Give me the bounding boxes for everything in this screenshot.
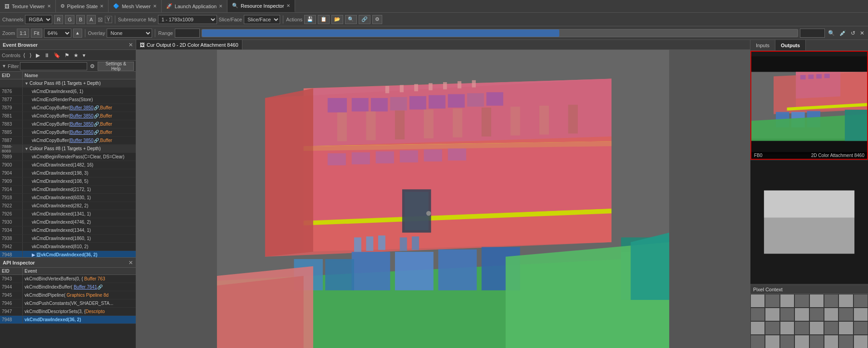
- ctrl-more-btn[interactable]: ▾: [81, 52, 87, 59]
- r-button[interactable]: R: [54, 15, 63, 24]
- link-action-btn[interactable]: 🔗: [359, 15, 370, 24]
- api-row-7944[interactable]: 7944 vkCmdBindIndexBuffer( Buffer 7641🔗: [0, 283, 136, 291]
- event-row-7948[interactable]: 7948 ▶ 🖼 vkCmdDrawIndexed(36, 2): [0, 251, 136, 257]
- overlay-select[interactable]: None: [107, 29, 152, 38]
- range-close-icon[interactable]: ✕: [858, 29, 866, 37]
- controls-label: Controls: [2, 53, 20, 58]
- right-tab-inputs[interactable]: Inputs: [750, 40, 775, 50]
- group-colour-pass-7[interactable]: ▼ Colour Pass #8 (1 Targets + Depth): [0, 79, 136, 88]
- event-row-7914[interactable]: 7914 vkCmdDrawIndexed(2172, 1): [0, 186, 136, 194]
- tab-launch-application[interactable]: 🚀 Launch Application ✕: [162, 0, 227, 12]
- pixel-cell: [824, 321, 838, 335]
- close-launch-application[interactable]: ✕: [219, 4, 222, 9]
- tab-resource-inspector[interactable]: 🔍 Resource Inspector ✕: [227, 0, 295, 12]
- separator-3: [85, 29, 85, 37]
- save-action-btn[interactable]: 💾: [304, 15, 316, 24]
- pixel-cell: [780, 294, 794, 308]
- range-slider[interactable]: [202, 29, 798, 37]
- ctrl-flag-btn[interactable]: ⚑: [63, 52, 71, 59]
- api-row-7943[interactable]: 7943 vkCmdBindVertexBuffers(0, { Buffer …: [0, 275, 136, 283]
- close-texture-viewer[interactable]: ✕: [47, 4, 51, 9]
- right-tab-outputs[interactable]: Outputs: [775, 40, 806, 50]
- secondary-thumbnail[interactable]: [750, 161, 868, 284]
- filter-settings-btn[interactable]: ⚙: [89, 63, 96, 70]
- tab-texture-viewer[interactable]: 🖼 Texture Viewer ✕: [0, 0, 56, 12]
- api-row-7948[interactable]: 7948 vkCmdDrawIndexed(36, 2): [0, 316, 136, 324]
- event-row-7887[interactable]: 7887 vkCmdCopyBuffer(Buffer 3850🔗, Buffe…: [0, 137, 136, 145]
- range-search-icon[interactable]: 🔍: [827, 29, 836, 37]
- event-row-7876[interactable]: 7876 vkCmdDrawIndexed(6, 1): [0, 88, 136, 96]
- ctrl-prev-btn[interactable]: ⟨: [22, 52, 27, 59]
- bottom-section: Event Browser ✕ Controls ⟨ ⟩ ▶ ⏸ 🔖 ⚑ ★ ▾…: [0, 40, 868, 348]
- close-pipeline-state[interactable]: ✕: [100, 4, 104, 9]
- event-row-7934[interactable]: 7934 vkCmdDrawIndexed(1344, 1): [0, 226, 136, 235]
- api-event-7943: vkCmdBindVertexBuffers(0, { Buffer 763: [23, 275, 136, 283]
- eid-7889: 7889: [0, 153, 23, 161]
- api-inspector-close[interactable]: ✕: [128, 260, 133, 266]
- ctrl-next-btn[interactable]: ⟩: [28, 52, 33, 59]
- content-tab-cur-output[interactable]: 🖼 Cur Output 0 - 2D Color Attachment 846…: [136, 40, 242, 49]
- settings-help-btn[interactable]: Settings & Help: [98, 62, 134, 71]
- open-action-btn[interactable]: 📂: [331, 15, 343, 24]
- event-row-group-8069[interactable]: 7888-8069 ▼Colour Pass #8 (1 Targets + D…: [0, 145, 136, 153]
- range-pick-icon[interactable]: 💉: [838, 29, 848, 37]
- event-row-7938[interactable]: 7938 vkCmdDrawIndexed(1860, 1): [0, 235, 136, 243]
- zoom-1-1-btn[interactable]: 1:1: [17, 29, 29, 38]
- copy-action-btn[interactable]: 📋: [318, 15, 330, 24]
- eid-7938: 7938: [0, 235, 23, 242]
- channels-select[interactable]: RGBA RGB R G B A: [25, 15, 52, 24]
- event-row-7909[interactable]: 7909 vkCmdDrawIndexed(108, 5): [0, 177, 136, 186]
- event-row-7883[interactable]: 7883 vkCmdCopyBuffer(Buffer 3850🔗, Buffe…: [0, 120, 136, 128]
- event-browser-close[interactable]: ✕: [128, 42, 133, 48]
- api-row-7945[interactable]: 7945 vkCmdBindPipeline( Graphics Pipelin…: [0, 291, 136, 299]
- event-row-7926[interactable]: 7926 vkCmdDrawIndexed(1341, 1): [0, 210, 136, 218]
- search-action-btn[interactable]: 🔍: [345, 15, 357, 24]
- event-row-7889[interactable]: 7889 vkCmdBeginRenderPass(C=Clear, DS=Cl…: [0, 153, 136, 161]
- svg-rect-33: [404, 192, 429, 230]
- ctrl-stop-btn[interactable]: ⏸: [43, 52, 51, 59]
- range-min-input[interactable]: 0.00: [175, 29, 200, 38]
- g-button[interactable]: G: [65, 15, 74, 24]
- event-row-7879[interactable]: 7879 vkCmdCopyBuffer(Buffer 3850🔗, Buffe…: [0, 104, 136, 112]
- close-resource-inspector[interactable]: ✕: [286, 3, 290, 8]
- event-row-7942[interactable]: 7942 vkCmdDrawIndexed(810, 2): [0, 243, 136, 251]
- eid-7879: 7879: [0, 104, 23, 112]
- zoom-up-btn[interactable]: ▲: [73, 29, 82, 38]
- texture-viewport[interactable]: [136, 50, 750, 348]
- range-reset-icon[interactable]: ↺: [849, 29, 857, 37]
- primary-thumbnail[interactable]: FB0 2D Color Attachment 8460: [750, 51, 868, 160]
- settings-action-btn[interactable]: ⚙: [372, 15, 382, 24]
- event-row-7881[interactable]: 7881 vkCmdCopyBuffer(Buffer 3850🔗, Buffe…: [0, 112, 136, 120]
- close-mesh-viewer[interactable]: ✕: [153, 4, 157, 9]
- ctrl-bookmark-btn[interactable]: 🔖: [52, 52, 62, 59]
- svg-rect-17: [337, 113, 347, 142]
- mip-select[interactable]: 1 - 1793x1009: [158, 15, 217, 24]
- ctrl-star-btn[interactable]: ★: [72, 52, 80, 59]
- filter-input[interactable]: $action(): [20, 62, 87, 70]
- mip-label: Mip: [148, 17, 156, 22]
- tab-mesh-viewer[interactable]: 🔷 Mesh Viewer ✕: [108, 0, 161, 12]
- svg-rect-23: [510, 107, 520, 136]
- b-button[interactable]: B: [76, 15, 85, 24]
- api-row-7946[interactable]: 7946 vkCmdPushConstants(VK_SHADER_STA...: [0, 299, 136, 308]
- api-row-7947[interactable]: 7947 vkCmdBindDescriptorSets(3, { Descri…: [0, 308, 136, 316]
- svg-rect-22: [482, 108, 491, 137]
- event-row-7877[interactable]: 7877 vkCmdEndRenderPass(Store): [0, 96, 136, 104]
- range-max-input[interactable]: 1.00: [800, 29, 825, 38]
- event-row-7885[interactable]: 7885 vkCmdCopyBuffer(Buffer 3850🔗, Buffe…: [0, 128, 136, 137]
- ctrl-play-btn[interactable]: ▶: [35, 52, 41, 59]
- tab-pipeline-state[interactable]: ⚙ Pipeline State ✕: [56, 0, 109, 12]
- event-row-7930[interactable]: 7930 vkCmdDrawIndexed(4746, 2): [0, 218, 136, 226]
- pixel-cell: [838, 308, 853, 321]
- tab-pipeline-state-label: Pipeline State: [67, 4, 98, 9]
- event-row-7918[interactable]: 7918 vkCmdDrawIndexed(6030, 1): [0, 194, 136, 202]
- a-button[interactable]: A: [87, 15, 95, 24]
- slice-select[interactable]: Slice/Face: [244, 15, 280, 24]
- event-row-7922[interactable]: 7922 vkCmdDrawIndexed(282, 2): [0, 202, 136, 210]
- event-row-7904[interactable]: 7904 vkCmdDrawIndexed(198, 3): [0, 169, 136, 177]
- zoom-percent-select[interactable]: 64% 100% 200% 50%: [44, 29, 71, 38]
- event-row-7900[interactable]: 7900 vkCmdDrawIndexed(1482, 16): [0, 161, 136, 169]
- pixel-cell: [824, 335, 838, 348]
- fit-btn[interactable]: Fit: [31, 29, 42, 38]
- fb0-label: FB0: [754, 153, 762, 158]
